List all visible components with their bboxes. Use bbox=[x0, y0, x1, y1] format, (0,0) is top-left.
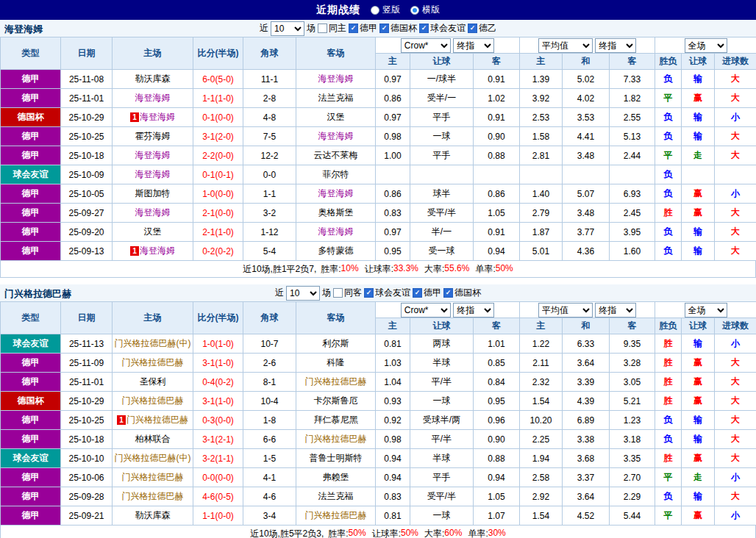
table-row: 德甲25-11-01圣保利0-4(0-2)8-1门兴格拉德巴赫1.04平/半0.… bbox=[1, 373, 756, 392]
odds-ref-select[interactable]: 终指 bbox=[453, 303, 494, 318]
odds-value: 0.91 bbox=[474, 108, 520, 127]
checkbox-checked-icon[interactable]: ✓ bbox=[379, 24, 389, 33]
league-checkbox[interactable]: ✓德甲 bbox=[349, 22, 377, 35]
scope-select[interactable]: 全场 bbox=[685, 303, 727, 318]
scope-select-group: 全场 bbox=[655, 302, 756, 318]
match-type-badge: 德甲 bbox=[1, 223, 61, 242]
home-team-cell: 门兴格拉德巴赫(中) bbox=[113, 334, 193, 354]
checkbox-checked-icon[interactable]: ✓ bbox=[443, 288, 453, 298]
result-value: 大 bbox=[715, 354, 756, 373]
result-value: 大 bbox=[715, 373, 756, 392]
league-checkbox[interactable]: ✓德甲 bbox=[413, 287, 441, 299]
away-team-cell: 门兴格拉德巴赫 bbox=[296, 430, 376, 449]
checkbox-checked-icon[interactable]: ✓ bbox=[364, 288, 374, 298]
team-name: 门兴格拉德巴赫 bbox=[122, 491, 184, 501]
team-name: 弗赖堡 bbox=[323, 472, 349, 482]
avg-select-group: 平均值 终指 bbox=[520, 302, 655, 318]
avg-odds-value: 1.54 bbox=[520, 392, 563, 411]
scope-select[interactable]: 全场 bbox=[685, 38, 727, 53]
match-type-badge: 球会友谊 bbox=[1, 449, 61, 468]
match-score: 1-1(1-0) bbox=[193, 89, 243, 108]
subheader-avg-home: 主 bbox=[520, 318, 563, 334]
odds-ref-select[interactable]: 终指 bbox=[453, 38, 494, 53]
odds-value: 0.81 bbox=[376, 506, 410, 526]
checkbox-checked-icon[interactable]: ✓ bbox=[419, 24, 429, 33]
league-checkbox[interactable]: ✓德国杯 bbox=[379, 22, 417, 35]
odds-value: 0.98 bbox=[376, 430, 410, 449]
column-header-away: 客场 bbox=[296, 37, 376, 70]
odds-source-select[interactable]: Crow* bbox=[401, 38, 451, 53]
same-venue-checkbox[interactable]: 同客 bbox=[333, 287, 362, 299]
league-checkbox[interactable]: ✓德国杯 bbox=[443, 287, 481, 299]
checkbox-checked-icon[interactable]: ✓ bbox=[413, 288, 422, 298]
corner-score: 5-4 bbox=[243, 242, 296, 261]
subheader-handicap-result: 让球 bbox=[682, 318, 715, 334]
odds-value: 一球 bbox=[410, 506, 474, 526]
odds-source-select[interactable]: Crow* bbox=[401, 303, 451, 318]
layout-radio-horizontal[interactable]: 横版 bbox=[410, 4, 440, 16]
same-venue-checkbox[interactable]: 同主 bbox=[318, 22, 346, 35]
odds-value: 0.94 bbox=[474, 242, 520, 261]
radio-unchecked-icon[interactable] bbox=[371, 6, 379, 15]
odds-value: 0.94 bbox=[376, 449, 410, 468]
summary-stat: 胜率:50% bbox=[328, 528, 365, 538]
match-date: 25-10-18 bbox=[61, 146, 113, 165]
section-title: 海登海姆 bbox=[4, 23, 43, 36]
result-value: 负 bbox=[655, 70, 682, 89]
layout-radio-vertical[interactable]: 竖版 bbox=[371, 4, 400, 16]
corner-score: 2-6 bbox=[243, 354, 296, 373]
avg-odds-value: 1.58 bbox=[520, 127, 563, 146]
league-checkbox[interactable]: ✓球会友谊 bbox=[364, 287, 410, 299]
team-name: 法兰克福 bbox=[318, 93, 354, 103]
checkbox-checked-icon[interactable]: ✓ bbox=[349, 24, 358, 33]
corner-score: 11-1 bbox=[243, 70, 296, 89]
odds-value: 平手 bbox=[410, 108, 474, 127]
avg-odds-value: 4.36 bbox=[563, 242, 610, 261]
result-value: 大 bbox=[715, 449, 756, 468]
home-team-cell: 海登海姆 bbox=[113, 146, 193, 165]
avg-odds-value: 3.48 bbox=[563, 204, 610, 223]
avg-ref-select[interactable]: 终指 bbox=[595, 38, 636, 53]
games-label: 场 bbox=[322, 287, 331, 299]
result-value: 小 bbox=[715, 506, 756, 526]
result-value: 负 bbox=[655, 411, 682, 430]
result-value: 胜 bbox=[655, 204, 682, 223]
table-row: 德甲25-09-21勒沃库森1-1(0-0)3-4门兴格拉德巴赫0.81一球1.… bbox=[1, 506, 756, 526]
team-name: 海登海姆 bbox=[135, 169, 171, 179]
avg-select[interactable]: 平均值 bbox=[538, 38, 593, 53]
summary-stat-label: 大率: bbox=[424, 263, 444, 276]
odds-value: 0.91 bbox=[474, 70, 520, 89]
avg-select[interactable]: 平均值 bbox=[538, 303, 593, 318]
avg-odds-value bbox=[520, 165, 563, 184]
subheader-goals: 进球数 bbox=[715, 54, 756, 70]
avg-odds-value: 3.28 bbox=[610, 354, 655, 373]
summary-stat-label: 单率: bbox=[475, 263, 495, 276]
checkbox-unchecked-icon[interactable] bbox=[318, 24, 327, 33]
result-value: 赢 bbox=[682, 184, 715, 204]
result-value: 赢 bbox=[682, 204, 715, 223]
radio-checked-icon[interactable] bbox=[410, 6, 419, 15]
corner-score: 3-4 bbox=[243, 506, 296, 526]
league-checkbox[interactable]: ✓德乙 bbox=[468, 22, 496, 35]
match-count-select[interactable]: 10 bbox=[271, 21, 304, 36]
match-count-select[interactable]: 10 bbox=[286, 286, 320, 301]
same-venue-label: 同主 bbox=[329, 22, 346, 35]
odds-value: 0.86 bbox=[376, 184, 410, 204]
match-date: 25-11-08 bbox=[61, 70, 113, 89]
odds-value: 0.81 bbox=[376, 334, 410, 354]
home-team-cell: 勒沃库森 bbox=[113, 506, 193, 526]
match-score: 1-1(0-0) bbox=[193, 506, 243, 526]
column-header-corner: 角球 bbox=[243, 37, 296, 70]
home-team-cell: 门兴格拉德巴赫(中) bbox=[113, 449, 193, 468]
corner-score: 1-8 bbox=[243, 411, 296, 430]
subheader-odds-home: 主 bbox=[376, 318, 410, 334]
away-team-cell: 海登海姆 bbox=[296, 127, 376, 146]
checkbox-unchecked-icon[interactable] bbox=[333, 288, 343, 298]
team-name: 海登海姆 bbox=[318, 73, 354, 84]
result-value: 赢 bbox=[682, 373, 715, 392]
league-checkbox[interactable]: ✓球会友谊 bbox=[419, 22, 466, 35]
summary-bar: 近10场,胜1平2负7, 胜率:10%让球率:33.3%大率:55.6%单率:5… bbox=[0, 261, 756, 278]
odds-value: 1.03 bbox=[376, 354, 410, 373]
checkbox-checked-icon[interactable]: ✓ bbox=[468, 24, 477, 33]
avg-ref-select[interactable]: 终指 bbox=[595, 303, 636, 318]
